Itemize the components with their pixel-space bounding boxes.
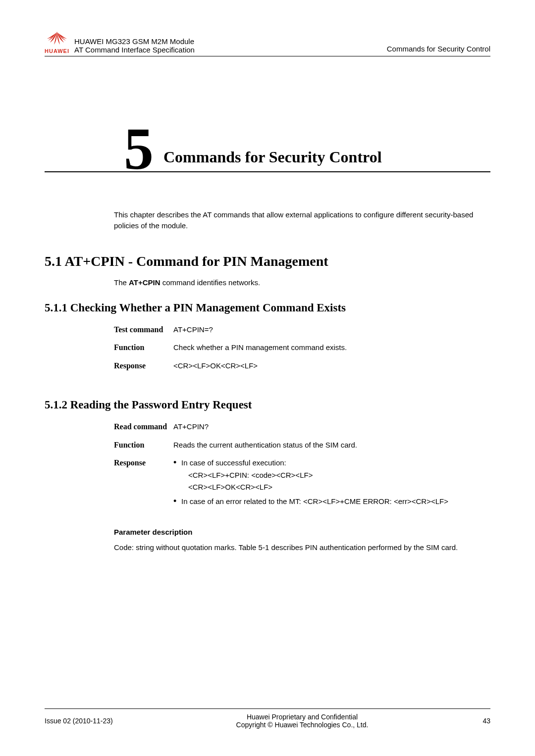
parameter-description-heading: Parameter description (114, 528, 490, 536)
definition-table-5-1-1: Test command AT+CPIN=? Function Check wh… (114, 324, 490, 372)
desc-prefix: The (114, 278, 129, 287)
header-section-name: Commands for Security Control (387, 45, 490, 54)
section-5-1-desc: The AT+CPIN command identifies networks. (114, 278, 490, 287)
huawei-logo-icon (46, 30, 68, 48)
row-label-read-command: Read command (114, 421, 173, 433)
response-line: <CR><LF>OK<CR><LF> (188, 482, 448, 493)
chapter-intro: This chapter describes the AT commands t… (114, 209, 490, 231)
table-row: Response • In case of successful executi… (114, 457, 490, 507)
bullet-item: • In case of successful execution: (173, 457, 448, 469)
section-heading-5-1-1: 5.1.1 Checking Whether a PIN Management … (45, 302, 490, 314)
row-value-response: • In case of successful execution: <CR><… (173, 457, 448, 507)
desc-bold: AT+CPIN (129, 278, 160, 287)
table-row: Response <CR><LF>OK<CR><LF> (114, 360, 490, 372)
row-value-response: <CR><LF>OK<CR><LF> (173, 360, 258, 372)
row-value-function: Check whether a PIN management command e… (173, 342, 347, 353)
bullet-dot-icon: • (173, 496, 181, 507)
row-label-function: Function (114, 440, 173, 451)
row-value-test-command: AT+CPIN=? (173, 324, 213, 336)
section-heading-5-1: 5.1 AT+CPIN - Command for PIN Management (45, 253, 490, 269)
table-row: Read command AT+CPIN? (114, 421, 490, 433)
chapter-heading: 5 Commands for Security Control (45, 121, 490, 172)
row-value-read-command: AT+CPIN? (173, 421, 209, 433)
bullet-text: In case of successful execution: (181, 457, 448, 469)
footer-copyright: Copyright © Huawei Technologies Co., Ltd… (144, 721, 461, 729)
definition-table-5-1-2: Read command AT+CPIN? Function Reads the… (114, 421, 490, 507)
header-doc-subtitle: AT Command Interface Specification (74, 46, 387, 54)
logo-block: HUAWEI (45, 30, 69, 54)
chapter-number: 5 (124, 124, 154, 174)
page-header: HUAWEI HUAWEI MG323 GSM M2M Module AT Co… (45, 30, 490, 56)
footer-center: Huawei Proprietary and Confidential Copy… (144, 713, 461, 729)
bullet-text: In case of an error related to the MT: <… (181, 496, 448, 507)
parameter-description-body: Code: string without quotation marks. Ta… (114, 542, 490, 553)
table-row: Function Reads the current authenticatio… (114, 440, 490, 451)
bullet-item: • In case of an error related to the MT:… (173, 496, 448, 507)
table-row: Test command AT+CPIN=? (114, 324, 490, 336)
row-label-response: Response (114, 457, 173, 507)
header-doc-title: HUAWEI MG323 GSM M2M Module (74, 37, 387, 46)
table-row: Function Check whether a PIN management … (114, 342, 490, 353)
desc-suffix: command identifies networks. (160, 278, 261, 287)
footer-page-number: 43 (461, 717, 490, 725)
row-value-function: Reads the current authentication status … (173, 440, 357, 451)
row-label-response: Response (114, 360, 173, 372)
section-heading-5-1-2: 5.1.2 Reading the Password Entry Request (45, 399, 490, 411)
footer-issue: Issue 02 (2010-11-23) (45, 717, 144, 725)
row-label-function: Function (114, 342, 173, 353)
chapter-title: Commands for Security Control (163, 148, 382, 171)
row-label-test-command: Test command (114, 324, 173, 336)
header-titles: HUAWEI MG323 GSM M2M Module AT Command I… (74, 37, 387, 54)
logo-text: HUAWEI (45, 48, 69, 54)
response-line: <CR><LF>+CPIN: <code><CR><LF> (188, 470, 448, 481)
bullet-dot-icon: • (173, 457, 181, 469)
page-footer: Issue 02 (2010-11-23) Huawei Proprietary… (45, 708, 490, 729)
footer-proprietary: Huawei Proprietary and Confidential (144, 713, 461, 721)
